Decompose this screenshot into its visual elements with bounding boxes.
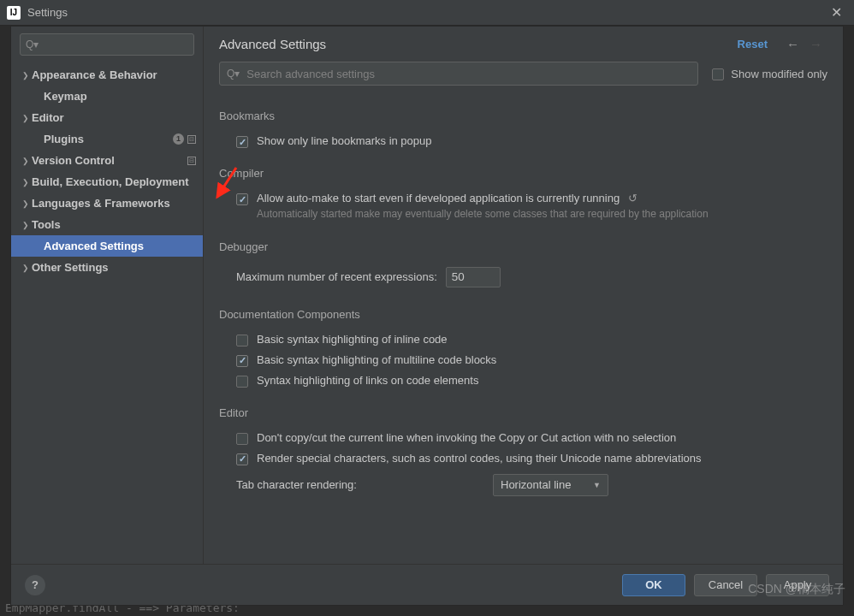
section-debugger: Debugger [219,240,827,253]
opt-label: Show only line bookmarks in popup [257,134,432,147]
opt-label: Basic syntax highlighting of inline code [257,333,448,346]
sidebar-item-label: Tools [32,218,203,231]
opt-label: Render special characters, such as contr… [257,452,702,465]
section-compiler: Compiler [219,167,827,180]
checkbox-icon[interactable] [236,335,248,346]
settings-main: Advanced Settings Reset ← → Q▾ Show modi… [204,27,843,564]
settings-dialog: Q▾ ❯Appearance & BehaviorKeymap❯EditorPl… [10,26,844,606]
max-recent-expressions-input[interactable] [446,267,501,287]
reset-option-icon[interactable]: ↺ [628,192,638,204]
sidebar-search[interactable]: Q▾ [20,33,194,56]
opt-multiline-code-highlight[interactable]: Basic syntax highlighting of multiline c… [219,350,827,370]
sidebar-item-label: Other Settings [32,261,203,274]
opt-label: Don't copy/cut the current line when inv… [257,431,676,444]
opt-label: Allow auto-make to start even if develop… [257,192,620,204]
sidebar-item-plugins[interactable]: Plugins1⊟ [11,128,203,150]
opt-render-special-chars[interactable]: Render special characters, such as contr… [219,448,827,469]
checkbox-icon[interactable] [236,193,248,205]
show-modified-only-checkbox[interactable]: Show modified only [712,67,827,80]
project-settings-icon: ⊟ [187,135,196,144]
section-documentation-components: Documentation Components [219,308,827,321]
titlebar: IJ Settings ✕ [0,0,854,26]
settings-sidebar: Q▾ ❯Appearance & BehaviorKeymap❯EditorPl… [11,27,204,564]
checkbox-icon[interactable] [236,433,248,445]
page-title: Advanced Settings [219,37,738,51]
advanced-search-input[interactable] [246,68,691,80]
nav-forward-icon: → [804,37,827,51]
sidebar-item-languages-frameworks[interactable]: ❯Languages & Frameworks [11,192,203,214]
help-button[interactable]: ? [25,575,45,595]
sidebar-item-advanced-settings[interactable]: Advanced Settings [11,235,203,257]
tab-rendering-select[interactable]: Horizontal line ▼ [493,474,608,496]
sidebar-item-label: Keymap [44,90,203,103]
main-header: Advanced Settings Reset ← → [204,27,843,62]
checkbox-icon[interactable] [236,355,248,367]
settings-tree: ❯Appearance & BehaviorKeymap❯EditorPlugi… [11,64,203,564]
sidebar-item-label: Version Control [32,154,187,167]
chevron-right-icon: ❯ [20,221,32,229]
chevron-down-icon: ▼ [593,481,601,489]
field-max-recent-expressions: Maximum number of recent expressions: [219,262,827,293]
chevron-right-icon: ❯ [20,71,32,80]
chevron-right-icon: ❯ [20,199,32,208]
opt-inline-code-highlight[interactable]: Basic syntax highlighting of inline code [219,329,827,350]
project-settings-icon: ⊟ [187,157,196,165]
ok-button[interactable]: OK [622,574,685,596]
sidebar-item-label: Advanced Settings [44,240,203,252]
sidebar-item-version-control[interactable]: ❯Version Control⊟ [11,150,203,171]
sidebar-item-label: Build, Execution, Deployment [32,175,203,188]
search-icon: Q▾ [227,68,240,80]
close-button[interactable]: ✕ [826,4,847,21]
opt-no-copy-cut-empty[interactable]: Don't copy/cut the current line when inv… [219,428,827,448]
sidebar-item-appearance-behavior[interactable]: ❯Appearance & Behavior [11,64,203,86]
sidebar-item-keymap[interactable]: Keymap [11,86,203,107]
window-title: Settings [27,6,826,19]
advanced-search[interactable]: Q▾ [219,62,698,86]
cancel-button[interactable]: Cancel [694,574,757,596]
checkbox-icon[interactable] [236,453,248,465]
field-label: Maximum number of recent expressions: [236,270,437,283]
section-editor: Editor [219,406,827,419]
checkbox-icon[interactable] [236,136,248,148]
opt-show-only-line-bookmarks[interactable]: Show only line bookmarks in popup [219,131,827,151]
apply-button[interactable]: Apply [766,574,829,596]
opt-allow-auto-make[interactable]: Allow auto-make to start even if develop… [219,188,827,225]
sidebar-item-label: Editor [32,111,203,124]
sidebar-item-build-execution-deployment[interactable]: ❯Build, Execution, Deployment [11,171,203,192]
update-badge: 1 [173,133,184,145]
opt-links-code-highlight[interactable]: Syntax highlighting of links on code ele… [219,370,827,391]
app-logo-icon: IJ [7,6,21,20]
chevron-right-icon: ❯ [20,178,32,187]
search-icon: Q▾ [26,38,39,50]
reset-link[interactable]: Reset [738,38,768,50]
sidebar-item-tools[interactable]: ❯Tools [11,214,203,235]
opt-label: Syntax highlighting of links on code ele… [257,374,478,387]
opt-description: Automatically started make may eventuall… [257,207,709,222]
dialog-footer: ? OK Cancel Apply [11,564,843,605]
field-label: Tab character rendering: [236,478,484,491]
checkbox-icon[interactable] [236,376,248,388]
sidebar-item-label: Appearance & Behavior [32,68,203,81]
section-bookmarks: Bookmarks [219,110,827,122]
settings-content: Bookmarks Show only line bookmarks in po… [204,94,843,564]
sidebar-item-editor[interactable]: ❯Editor [11,107,203,128]
chevron-right-icon: ❯ [20,114,32,122]
show-modified-label: Show modified only [731,68,827,80]
sidebar-item-label: Languages & Frameworks [32,197,203,210]
nav-back-icon[interactable]: ← [781,37,804,51]
sidebar-item-other-settings[interactable]: ❯Other Settings [11,257,203,278]
chevron-right-icon: ❯ [20,264,32,272]
sidebar-item-label: Plugins [44,133,173,145]
chevron-right-icon: ❯ [20,157,32,165]
sidebar-search-input[interactable] [44,38,188,50]
select-value: Horizontal line [501,478,571,491]
field-tab-rendering: Tab character rendering: Horizontal line… [219,469,827,501]
checkbox-icon[interactable] [712,68,724,80]
opt-label: Basic syntax highlighting of multiline c… [257,353,496,366]
